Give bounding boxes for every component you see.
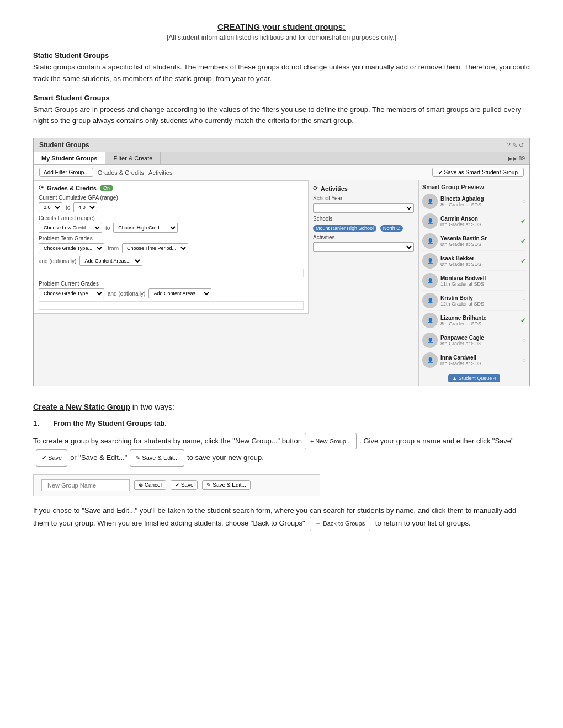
to-save-text: to save your new group. xyxy=(187,450,264,466)
student-check[interactable]: ○ xyxy=(522,356,526,364)
grades-label: Grades & Credits xyxy=(98,169,144,176)
static-section-title: Static Student Groups xyxy=(33,51,530,60)
student-name: Panpawee Cagle xyxy=(440,335,519,341)
problem-current-row: Choose Grade Type... and (optionally) Ad… xyxy=(39,288,304,298)
sg-header: Student Groups ? ✎ ↺ xyxy=(34,138,529,152)
student-item: 👤 Panpawee Cagle 8th Grader at SDS ○ xyxy=(422,333,526,350)
save-button-inline[interactable]: ✔ Save xyxy=(36,449,67,466)
desc1-text: To create a group by searching for stude… xyxy=(33,433,302,449)
smart-section-text: Smart Groups are in process and change a… xyxy=(33,104,530,127)
new-group-button[interactable]: + New Group... xyxy=(305,433,357,449)
smart-section-title: Smart Student Groups xyxy=(33,94,530,102)
time-period-select[interactable]: Choose Time Period... xyxy=(122,243,188,253)
grades-section-header: ⟳ Grades & Credits On xyxy=(39,184,304,191)
save-smart-button[interactable]: ✔ Save as Smart Student Group xyxy=(432,168,524,177)
school-year-select[interactable] xyxy=(313,203,414,213)
sg-header-title: Student Groups xyxy=(39,141,89,149)
credits-row: Choose Low Credit... to Choose High Cred… xyxy=(39,223,304,233)
student-item: 👤 Isaak Bekker 8th Grader at SDS ✔ xyxy=(422,253,526,271)
content-areas-select[interactable]: Add Content Areas... xyxy=(79,256,142,266)
desc2-text: . Give your group a name and either clic… xyxy=(359,433,513,449)
grades-credits-section: ⟳ Grades & Credits On Current Cumulative… xyxy=(34,180,309,314)
student-avatar: 👤 xyxy=(422,213,438,229)
student-grade: 8th Grader at SDS xyxy=(440,361,519,366)
student-avatar: 👤 xyxy=(422,233,438,249)
gpa-to-label: to xyxy=(66,205,70,211)
student-avatar: 👤 xyxy=(422,194,438,209)
student-check[interactable]: ○ xyxy=(522,336,526,344)
student-avatar: 👤 xyxy=(422,293,438,308)
step1-label: From the My Student Groups tab. xyxy=(53,419,167,427)
student-grade: 8th Grader at SDS xyxy=(440,222,518,227)
page-subtitle: [All student information listed is ficti… xyxy=(33,34,530,41)
activities-select[interactable] xyxy=(313,242,414,252)
problem-current-label: Problem Current Grades xyxy=(39,281,304,287)
school-tags: Mount Ranier High School North C xyxy=(313,223,414,232)
screenshot-container: Student Groups ? ✎ ↺ My Student Groups F… xyxy=(33,138,530,386)
student-info: Montana Bodwell 11th Grader at SDS xyxy=(440,275,519,287)
student-info: Panpawee Cagle 8th Grader at SDS xyxy=(440,335,519,346)
activities-label: Activities xyxy=(148,169,172,176)
student-grade: 8th Grader at SDS xyxy=(440,202,519,207)
student-queue-button[interactable]: ▲ Student Queue 4 xyxy=(448,374,500,382)
save-form-button[interactable]: ✔ Save xyxy=(171,480,198,490)
credits-label: Credits Earned (range) xyxy=(39,215,304,221)
cancel-button[interactable]: ⊗ Cancel xyxy=(134,480,166,490)
credits-from-select[interactable]: Choose Low Credit... xyxy=(39,223,102,233)
student-avatar: 👤 xyxy=(422,313,438,328)
student-grade: 11th Grader at SDS xyxy=(440,281,519,287)
student-item: 👤 Lizanne Brilhante 8th Grader at SDS ✔ xyxy=(422,313,526,330)
student-avatar: 👤 xyxy=(422,273,438,288)
create-static-heading: Create a New Static Group xyxy=(33,403,130,411)
credits-to-select[interactable]: Choose High Credit... xyxy=(113,223,178,233)
activities-title: Activities xyxy=(321,185,348,192)
grade-type-select[interactable]: Choose Grade Type... xyxy=(39,243,104,253)
student-item: 👤 Yesenia Bastin Sr 8th Grader at SDS ✔ xyxy=(422,233,526,251)
student-check[interactable]: ✔ xyxy=(520,317,526,324)
student-check[interactable]: ✔ xyxy=(520,217,526,225)
student-info: Inna Cardwell 8th Grader at SDS xyxy=(440,355,519,366)
student-info: Yesenia Bastin Sr 8th Grader at SDS xyxy=(440,235,518,247)
static-section-text: Static groups contain a specific list of… xyxy=(33,62,530,85)
smart-preview-panel: Smart Group Preview 👤 Bineeta Agbalog 8t… xyxy=(419,180,529,386)
gpa-from-select[interactable]: 2.0 xyxy=(39,202,62,212)
current-grade-type-select[interactable]: Choose Grade Type... xyxy=(39,288,104,298)
gpa-to-select[interactable]: 4.0 xyxy=(73,202,97,212)
student-grade: 8th Grader at SDS xyxy=(440,261,518,267)
student-check[interactable]: ✔ xyxy=(520,257,526,265)
student-list: 👤 Bineeta Agbalog 8th Grader at SDS ○ 👤 … xyxy=(422,194,526,370)
student-grade: 8th Grader at SDS xyxy=(440,321,518,326)
student-avatar: 👤 xyxy=(422,333,438,348)
save-edit-button-inline[interactable]: ✎ Save & Edit... xyxy=(130,449,184,466)
problem-term-label: Problem Term Grades xyxy=(39,235,304,242)
student-item: 👤 Inna Cardwell 8th Grader at SDS ○ xyxy=(422,352,526,370)
new-group-name-input[interactable] xyxy=(41,479,130,491)
current-content-select[interactable]: Add Content Areas... xyxy=(148,288,211,298)
toggle-on[interactable]: On xyxy=(100,185,113,191)
student-name: Carmin Anson xyxy=(440,216,518,222)
tab-filter-create[interactable]: Filter & Create xyxy=(105,152,161,164)
tab-my-student-groups[interactable]: My Student Groups xyxy=(34,152,105,164)
save-edit-form-button[interactable]: ✎ Save & Edit... xyxy=(202,480,250,490)
page-title: CREATING your student groups: xyxy=(33,22,530,31)
desc1-row: To create a group by searching for stude… xyxy=(33,433,530,466)
student-name: Kristin Boily xyxy=(440,295,519,301)
student-info: Carmin Anson 8th Grader at SDS xyxy=(440,216,518,227)
and-optional-label: and (optionally) xyxy=(39,258,76,264)
student-name: Montana Bodwell xyxy=(440,275,519,281)
sg-left-panel: ⟳ Grades & Credits On Current Cumulative… xyxy=(34,180,309,386)
from-label: from xyxy=(108,245,119,251)
student-item: 👤 Carmin Anson 8th Grader at SDS ✔ xyxy=(422,213,526,231)
student-check[interactable]: ○ xyxy=(522,277,526,285)
desc3-row: If you chose to "Save and Edit..." you'l… xyxy=(33,504,530,531)
student-item: 👤 Montana Bodwell 11th Grader at SDS ○ xyxy=(422,273,526,291)
student-check[interactable]: ○ xyxy=(522,297,526,304)
sg-tabs: My Student Groups Filter & Create ▶▶ 89 xyxy=(34,152,529,165)
sg-header-icons: ? ✎ ↺ xyxy=(507,142,524,149)
student-item: 👤 Kristin Boily 12th Grader at SDS ○ xyxy=(422,293,526,311)
current-and-optional-label: and (optionally) xyxy=(108,291,145,297)
back-to-groups-button[interactable]: ← Back to Groups xyxy=(310,517,370,531)
student-check[interactable]: ○ xyxy=(522,197,526,205)
student-check[interactable]: ✔ xyxy=(520,237,526,245)
add-filter-button[interactable]: Add Filter Group... xyxy=(39,168,93,177)
